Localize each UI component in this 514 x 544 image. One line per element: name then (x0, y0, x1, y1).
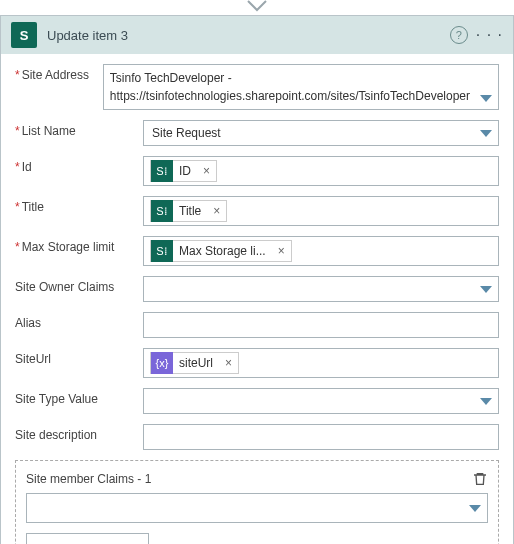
label-title: Title (15, 196, 143, 215)
id-input[interactable]: S⁞ ID × (143, 156, 499, 186)
more-menu-icon[interactable]: · · · (476, 26, 503, 44)
label-site-type: Site Type Value (15, 388, 143, 407)
remove-token-icon[interactable]: × (272, 244, 291, 258)
label-site-owner: Site Owner Claims (15, 276, 143, 295)
label-id: Id (15, 156, 143, 175)
help-icon[interactable]: ? (450, 26, 468, 44)
site-type-combobox[interactable] (143, 388, 499, 414)
sharepoint-token-icon: S⁞ (151, 200, 173, 222)
chevron-down-icon (480, 126, 492, 140)
remove-token-icon[interactable]: × (197, 164, 216, 178)
label-site-desc: Site description (15, 424, 143, 443)
site-url-input[interactable]: {x} siteUrl × (143, 348, 499, 378)
chevron-down-icon (469, 501, 481, 515)
site-member-claims-combobox[interactable] (26, 493, 488, 523)
site-description-input[interactable] (143, 424, 499, 450)
group-title: Site member Claims - 1 (26, 472, 151, 486)
alias-input[interactable] (143, 312, 499, 338)
token-max-storage[interactable]: S⁞ Max Storage li... × (150, 240, 292, 262)
sharepoint-token-icon: S⁞ (151, 240, 173, 262)
remove-token-icon[interactable]: × (219, 356, 238, 370)
max-storage-input[interactable]: S⁞ Max Storage li... × (143, 236, 499, 266)
add-new-item-button[interactable]: ＋ Add new item (26, 533, 149, 544)
delete-icon[interactable] (472, 471, 488, 487)
label-site-url: SiteUrl (15, 348, 143, 367)
site-member-claims-group: Site member Claims - 1 ＋ Add new item (15, 460, 499, 544)
site-owner-combobox[interactable] (143, 276, 499, 302)
sharepoint-token-icon: S⁞ (151, 160, 173, 182)
token-id[interactable]: S⁞ ID × (150, 160, 217, 182)
flow-arrow-down-icon (247, 0, 267, 12)
chevron-down-icon (480, 91, 492, 105)
label-list-name: List Name (15, 120, 143, 139)
card-title: Update item 3 (47, 28, 450, 43)
label-alias: Alias (15, 312, 143, 331)
sharepoint-icon: S (11, 22, 37, 48)
list-name-combobox[interactable]: Site Request (143, 120, 499, 146)
remove-token-icon[interactable]: × (207, 204, 226, 218)
label-site-address: Site Address (15, 64, 103, 83)
token-site-url[interactable]: {x} siteUrl × (150, 352, 239, 374)
site-address-combobox[interactable]: Tsinfo TechDeveloper - https://tsinfotec… (103, 64, 499, 110)
label-max-storage: Max Storage limit (15, 236, 143, 255)
chevron-down-icon (480, 394, 492, 408)
title-input[interactable]: S⁞ Title × (143, 196, 499, 226)
plus-icon: ＋ (41, 540, 55, 544)
action-card: S Update item 3 ? · · · Site Address Tsi… (0, 15, 514, 544)
chevron-down-icon (480, 282, 492, 296)
variable-token-icon: {x} (151, 352, 173, 374)
card-header[interactable]: S Update item 3 ? · · · (1, 16, 513, 54)
token-title[interactable]: S⁞ Title × (150, 200, 227, 222)
